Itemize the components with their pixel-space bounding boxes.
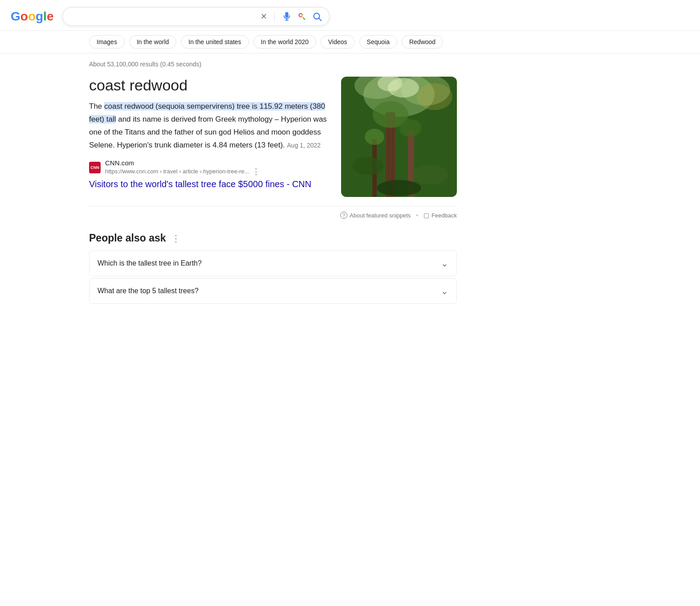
google-logo[interactable]: Google: [11, 9, 53, 24]
search-icons: ✕: [260, 11, 322, 22]
question-circle-icon: ?: [340, 212, 347, 219]
chip-videos[interactable]: Videos: [321, 35, 355, 49]
chip-redwood[interactable]: Redwood: [402, 35, 443, 49]
search-input[interactable]: what is the tallest tree?: [70, 12, 256, 21]
tree-image: [341, 77, 457, 197]
about-snippets-label: About featured snippets: [350, 212, 411, 219]
about-snippets-link[interactable]: ? About featured snippets: [340, 212, 411, 219]
chip-us[interactable]: In the united states: [181, 35, 248, 49]
lens-icon: [297, 12, 307, 21]
chip-world[interactable]: In the world: [129, 35, 176, 49]
svg-point-19: [412, 165, 448, 184]
source-name: CNN.com: [105, 159, 260, 167]
snippet-text-col: coast redwood The coast redwood (sequoia…: [89, 77, 328, 189]
paa-item-2-header[interactable]: What are the top 5 tallest trees? ⌄: [90, 278, 456, 303]
svg-point-14: [399, 119, 421, 137]
snippet-date: Aug 1, 2022: [287, 142, 321, 149]
separator-dot: •: [416, 212, 418, 219]
feedback-link[interactable]: ▢ Feedback: [423, 212, 457, 219]
paa-title: People also ask: [89, 232, 166, 244]
chip-images[interactable]: Images: [89, 35, 125, 49]
source-row: CNN CNN.com https://www.cnn.com › travel…: [89, 159, 328, 176]
snippet-body: The coast redwood (sequoia sempervirens)…: [89, 100, 328, 152]
featured-snippet: coast redwood The coast redwood (sequoia…: [89, 77, 457, 197]
source-url-row: https://www.cnn.com › travel › article ›…: [105, 167, 260, 176]
snippet-title: coast redwood: [89, 77, 328, 94]
snippet-image-col: [341, 77, 457, 197]
mic-icon: [282, 12, 292, 21]
svg-point-18: [352, 157, 383, 175]
chip-world2020[interactable]: In the world 2020: [253, 35, 316, 49]
feedback-label: Feedback: [431, 212, 457, 219]
paa-item-2: What are the top 5 tallest trees? ⌄: [89, 278, 457, 304]
paa-item-1: Which is the tallest tree in Earth? ⌄: [89, 250, 457, 276]
source-info: CNN.com https://www.cnn.com › travel › a…: [105, 159, 260, 176]
source-options-button[interactable]: ⋮: [252, 167, 260, 176]
svg-point-15: [365, 129, 384, 145]
snippet-body-part1: The: [89, 102, 104, 111]
paa-header: People also ask ⋮: [89, 232, 457, 244]
chevron-down-icon-2: ⌄: [441, 286, 448, 296]
chevron-down-icon-1: ⌄: [441, 258, 448, 269]
svg-point-21: [417, 83, 452, 110]
snippet-footer: ? About featured snippets • ▢ Feedback: [89, 206, 457, 219]
svg-point-20: [377, 180, 421, 196]
clear-button[interactable]: ✕: [260, 12, 267, 21]
result-link[interactable]: Visitors to the world's tallest tree fac…: [89, 179, 328, 189]
voice-search-button[interactable]: [282, 12, 292, 21]
svg-line-3: [319, 18, 322, 20]
source-url-text: https://www.cnn.com › travel › article ›…: [105, 168, 249, 175]
filter-bar: Images In the world In the united states…: [0, 31, 700, 53]
paa-options-button[interactable]: ⋮: [171, 233, 180, 244]
cnn-favicon: CNN: [89, 162, 101, 173]
paa-question-1: Which is the tallest tree in Earth?: [98, 259, 202, 267]
chip-sequoia[interactable]: Sequoia: [359, 35, 397, 49]
search-icon: [312, 12, 322, 21]
paa-question-2: What are the top 5 tallest trees?: [98, 287, 199, 295]
header: Google what is the tallest tree? ✕: [0, 0, 700, 31]
results-count: About 53,100,000 results (0.45 seconds): [89, 61, 457, 68]
search-button[interactable]: [312, 12, 322, 21]
paa-section: People also ask ⋮ Which is the tallest t…: [89, 232, 457, 304]
search-bar: what is the tallest tree? ✕: [62, 7, 330, 26]
main-content: About 53,100,000 results (0.45 seconds) …: [0, 53, 468, 316]
paa-item-1-header[interactable]: Which is the tallest tree in Earth? ⌄: [90, 251, 456, 276]
lens-button[interactable]: [297, 12, 307, 21]
feedback-icon: ▢: [423, 212, 429, 219]
favicon-text: CNN: [90, 165, 99, 170]
divider: [274, 11, 275, 22]
